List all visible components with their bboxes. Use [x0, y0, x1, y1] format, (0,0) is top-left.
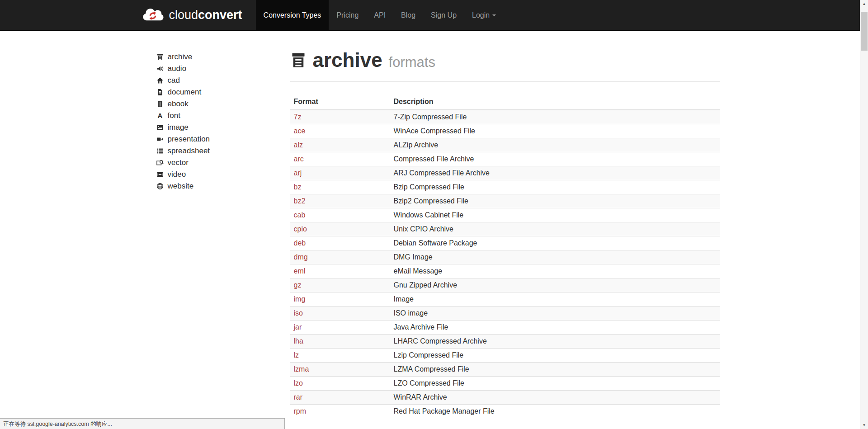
sidebar-item: font: [156, 111, 285, 120]
ebook-icon: [156, 100, 164, 108]
archive-icon: [156, 53, 164, 61]
sidebar-item-archive[interactable]: archive: [156, 52, 285, 61]
cloudconvert-logo-icon: [141, 7, 165, 24]
description-cell: ISO image: [390, 306, 720, 321]
sidebar-item-presentation[interactable]: presentation: [156, 134, 285, 144]
sidebar-item-document[interactable]: document: [156, 87, 285, 97]
format-link[interactable]: arj: [294, 169, 302, 177]
description-cell: LHARC Compressed Archive: [390, 335, 720, 349]
sidebar-item: audio: [156, 64, 285, 73]
format-cell: 7z: [290, 110, 390, 124]
format-link[interactable]: cpio: [294, 225, 307, 233]
scroll-up-arrow-icon[interactable]: ▲: [860, 0, 868, 8]
description-cell: LZO Compressed File: [390, 377, 720, 391]
cad-icon: [156, 77, 164, 84]
title-divider: [290, 81, 720, 82]
format-link[interactable]: bz: [294, 183, 302, 191]
format-link[interactable]: cab: [294, 211, 306, 219]
brand-text-cloud: cloud: [169, 8, 198, 22]
format-link[interactable]: alz: [294, 141, 303, 149]
sidebar-item-audio[interactable]: audio: [156, 64, 285, 73]
sidebar-item-ebook[interactable]: ebook: [156, 99, 285, 108]
format-link[interactable]: arc: [294, 155, 304, 163]
format-link[interactable]: lzma: [294, 365, 309, 373]
website-icon: [156, 183, 164, 190]
column-header-description: Description: [390, 94, 720, 110]
brand-logo-link[interactable]: cloudconvert: [141, 0, 256, 30]
scrollbar[interactable]: ▲ ▼: [860, 0, 868, 429]
format-link[interactable]: rar: [294, 393, 303, 401]
nav-link-pricing[interactable]: Pricing: [329, 0, 366, 30]
format-link[interactable]: img: [294, 295, 306, 303]
spreadsheet-icon: [156, 147, 164, 155]
image-icon: [156, 124, 164, 131]
sidebar-item: spreadsheet: [156, 146, 285, 156]
sidebar-item: vector: [156, 158, 285, 167]
format-link[interactable]: jar: [294, 323, 302, 331]
vector-icon: [156, 159, 164, 166]
description-cell: WinRAR Archive: [390, 391, 720, 405]
sidebar-item-cad[interactable]: cad: [156, 75, 285, 85]
scroll-down-arrow-icon[interactable]: ▼: [860, 421, 868, 429]
table-row: arc Compressed File Archive: [290, 152, 720, 166]
format-cell: eml: [290, 264, 390, 278]
nav-link-api[interactable]: API: [366, 0, 393, 30]
format-cell: bz: [290, 180, 390, 194]
sidebar-item: ebook: [156, 99, 285, 108]
format-link[interactable]: 7z: [294, 113, 302, 121]
format-cell: lzma: [290, 363, 390, 377]
sidebar-item-vector[interactable]: vector: [156, 158, 285, 167]
table-row: gz Gnu Zipped Archive: [290, 278, 720, 292]
format-link[interactable]: rpm: [294, 407, 307, 415]
format-link[interactable]: dmg: [294, 253, 308, 261]
table-row: lzo LZO Compressed File: [290, 377, 720, 391]
description-cell: ALZip Archive: [390, 138, 720, 152]
format-link[interactable]: eml: [294, 267, 306, 275]
format-link[interactable]: ace: [294, 127, 306, 135]
format-cell: cpio: [290, 222, 390, 236]
description-cell: Lzip Compressed File: [390, 349, 720, 363]
sidebar-item-spreadsheet[interactable]: spreadsheet: [156, 146, 285, 156]
navbar: cloudconvert Conversion TypesPricingAPIB…: [0, 0, 860, 31]
format-cell: bz2: [290, 194, 390, 208]
table-row: cab Windows Cabinet File: [290, 208, 720, 222]
format-link[interactable]: gz: [294, 281, 302, 289]
table-row: 7z 7-Zip Compressed File: [290, 110, 720, 124]
format-link[interactable]: bz2: [294, 197, 306, 205]
presentation-icon: [156, 136, 164, 143]
nav-link-blog[interactable]: Blog: [393, 0, 423, 30]
description-cell: Unix CPIO Archive: [390, 222, 720, 236]
main-nav: Conversion TypesPricingAPIBlog: [256, 0, 424, 30]
nav-link-conversion-types[interactable]: Conversion Types: [256, 0, 329, 30]
nav-link-sign-up[interactable]: Sign Up: [423, 0, 464, 30]
format-link[interactable]: lz: [294, 351, 299, 359]
format-link[interactable]: deb: [294, 239, 306, 247]
sidebar-item-font[interactable]: font: [156, 111, 285, 120]
format-link[interactable]: lzo: [294, 379, 303, 387]
format-cell: lzo: [290, 377, 390, 391]
format-link[interactable]: lha: [294, 337, 303, 345]
page: cloudconvert Conversion TypesPricingAPIB…: [0, 0, 860, 429]
video-icon: [156, 171, 164, 178]
description-cell: Gnu Zipped Archive: [390, 278, 720, 292]
browser-status-bar: 正在等待 ssl.google-analytics.com 的响应...: [0, 418, 285, 429]
scrollbar-thumb[interactable]: [861, 12, 868, 51]
table-header-row: Format Description: [290, 94, 720, 110]
sidebar-item-website[interactable]: website: [156, 181, 285, 191]
description-cell: Windows Cabinet File: [390, 208, 720, 222]
table-row: jar Java Archive File: [290, 321, 720, 335]
format-link[interactable]: iso: [294, 309, 303, 317]
sidebar-item-video[interactable]: video: [156, 170, 285, 179]
sidebar-item-image[interactable]: image: [156, 123, 285, 132]
table-row: iso ISO image: [290, 306, 720, 321]
table-row: eml eMail Message: [290, 264, 720, 278]
sidebar-item: image: [156, 123, 285, 132]
table-row: arj ARJ Compressed File Archive: [290, 166, 720, 180]
format-cell: arc: [290, 152, 390, 166]
table-row: lha LHARC Compressed Archive: [290, 335, 720, 349]
nav-link-login[interactable]: Login: [464, 0, 504, 30]
sidebar: archive audio cad document ebook font im…: [141, 31, 290, 418]
description-cell: Image: [390, 292, 720, 306]
table-row: dmg DMG Image: [290, 250, 720, 264]
table-row: lzma LZMA Compressed File: [290, 363, 720, 377]
